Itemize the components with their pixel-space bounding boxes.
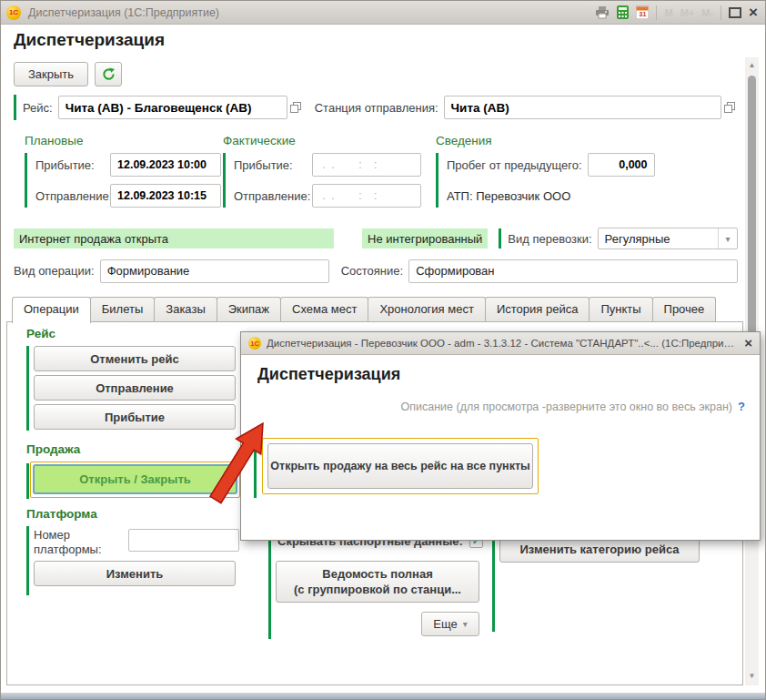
calendar-day-label: 31	[636, 11, 649, 17]
trip-field[interactable]: Чита (АВ) - Благовещенск (АВ)	[58, 96, 287, 119]
details-title: Сведения	[436, 134, 709, 147]
station-field[interactable]: Чита (АВ)	[444, 96, 721, 119]
1c-logo-icon: 1С	[248, 337, 261, 350]
dispatch-dialog: 1С Диспетчеризация - Перевозчик ООО - ad…	[240, 331, 761, 541]
close-form-button[interactable]: Закрыть	[14, 62, 88, 86]
planned-departure-field[interactable]: 12.09.2023 10:15	[110, 184, 221, 208]
operation-kind-label: Вид операции:	[14, 264, 95, 278]
tab-seat-map[interactable]: Схема мест	[280, 297, 368, 321]
tab-orders[interactable]: Заказы	[154, 297, 217, 321]
full-sheet-button[interactable]: Ведомость полная (с группировкой по стан…	[276, 561, 479, 603]
actual-arrival-label: Прибытие:	[234, 158, 312, 172]
platform-number-label: Номер платформы:	[34, 528, 125, 557]
departure-button[interactable]: Отправление	[34, 375, 236, 401]
green-marker-bar	[499, 228, 501, 249]
transport-kind-select[interactable]: Регулярные ▾	[598, 228, 738, 249]
tab-seat-history[interactable]: Хронология мест	[368, 297, 486, 321]
dialog-close-icon[interactable]: ×	[744, 337, 752, 350]
open-sale-all-points-button[interactable]: Открыть продажу на весь рейс на все пунк…	[267, 443, 533, 489]
close-icon[interactable]: ×	[749, 6, 758, 19]
calculator-icon[interactable]	[617, 5, 629, 19]
trip-open-icon[interactable]	[287, 96, 304, 118]
integration-status: Не интегрированный	[362, 228, 488, 249]
cancel-trip-button[interactable]: Отменить рейс	[34, 346, 236, 371]
state-field[interactable]: Сформирован	[408, 259, 738, 283]
maximize-icon[interactable]	[729, 7, 741, 18]
green-marker-bar	[14, 95, 16, 120]
trip-label: Рейс:	[23, 101, 53, 115]
scroll-down-icon[interactable]: ▼	[745, 672, 759, 680]
1c-logo-icon: 1С	[6, 5, 21, 20]
more-button[interactable]: Еще ▾	[421, 612, 479, 636]
atp-text: АТП: Перевозчик ООО	[447, 189, 570, 203]
planned-arrival-field[interactable]: 12.09.2023 10:00	[110, 153, 221, 177]
internet-sale-status: Интернет продажа открыта	[14, 228, 334, 249]
status-row: Интернет продажа открыта Не интегрирован…	[14, 228, 738, 249]
station-label: Станция отправления:	[315, 101, 438, 115]
chevron-down-icon[interactable]: ▾	[718, 228, 737, 249]
print-icon[interactable]	[595, 6, 610, 19]
scroll-up-icon[interactable]: ▲	[745, 61, 759, 69]
refresh-button[interactable]	[95, 62, 122, 86]
change-platform-button[interactable]: Изменить	[34, 561, 236, 586]
route-row: Рейс: Чита (АВ) - Благовещенск (АВ) Стан…	[14, 95, 738, 120]
full-sheet-line2: (с группировкой по станци...	[294, 582, 461, 597]
sale-group-title: Продажа	[26, 442, 80, 456]
actual-departure-field[interactable]: . . : :	[312, 184, 421, 208]
chevron-down-icon: ▾	[463, 619, 468, 629]
main-titlebar: 1С Диспетчеризация (1С:Предприятие) 31 M…	[1, 1, 765, 25]
tab-points[interactable]: Пункты	[589, 297, 652, 321]
details-section: Сведения Пробег от предыдущего: 0,000 АТ…	[436, 134, 709, 208]
planned-departure-label: Отправление:	[35, 189, 110, 203]
mileage-label: Пробег от предыдущего:	[447, 158, 582, 172]
green-marker-bar	[26, 463, 29, 499]
window-bottom-edge	[1, 693, 765, 699]
transport-kind-label: Вид перевозки:	[508, 232, 591, 246]
dialog-title: Диспетчеризация - Перевозчик ООО - adm -…	[267, 338, 739, 349]
planned-arrival-label: Прибытие:	[35, 158, 110, 172]
green-marker-bar	[492, 530, 495, 632]
actual-departure-label: Отправление:	[234, 189, 312, 203]
platform-group-title: Платформа	[26, 507, 97, 521]
trip-group-title: Рейс	[26, 327, 55, 340]
tab-trip-history[interactable]: История рейса	[485, 297, 590, 321]
titlebar-divider	[656, 5, 657, 20]
full-sheet-line1: Ведомость полная	[322, 566, 432, 582]
actual-title: Фактические	[223, 134, 428, 147]
dialog-titlebar: 1С Диспетчеризация - Перевозчик ООО - ad…	[241, 332, 760, 355]
tab-tickets[interactable]: Билеты	[90, 297, 155, 321]
operation-kind-field[interactable]: Формирование	[100, 259, 329, 283]
dialog-description-row: Описание (для просмотра -разверните это …	[401, 400, 745, 413]
memory-subtract-button[interactable]: M-	[701, 7, 713, 18]
actual-section: Фактические Прибытие: . . : : Отправлени…	[223, 134, 428, 208]
state-label: Состояние:	[341, 264, 403, 278]
platform-number-field[interactable]	[128, 529, 239, 552]
station-open-icon[interactable]	[721, 96, 738, 118]
operation-row: Вид операции: Формирование Состояние: Сф…	[14, 259, 738, 283]
titlebar-divider	[721, 5, 721, 20]
form-toolbar: Закрыть	[14, 62, 122, 86]
tab-crew[interactable]: Экипаж	[217, 297, 281, 321]
planned-title: Плановые	[25, 134, 223, 147]
mileage-field[interactable]: 0,000	[588, 153, 655, 177]
dialog-heading: Диспетчеризация	[257, 365, 400, 384]
calendar-icon[interactable]: 31	[636, 5, 649, 19]
memory-add-button[interactable]: M+	[680, 7, 695, 18]
memory-recall-button[interactable]: M	[664, 7, 672, 18]
tab-other[interactable]: Прочее	[652, 297, 717, 321]
refresh-icon	[102, 67, 116, 81]
window-title: Диспетчеризация (1С:Предприятие)	[28, 6, 219, 19]
transport-kind-value: Регулярные	[605, 232, 670, 246]
app-window: 1С Диспетчеризация (1С:Предприятие) 31 M…	[0, 0, 766, 700]
green-marker-bar	[26, 526, 29, 595]
help-icon[interactable]: ?	[738, 400, 745, 413]
green-marker-bar	[268, 532, 271, 639]
dialog-description: Описание (для просмотра -разверните это …	[401, 401, 733, 413]
tab-bar: Операции Билеты Заказы Экипаж Схема мест…	[13, 297, 716, 321]
planned-section: Плановые Прибытие: 12.09.2023 10:00 Отпр…	[25, 134, 223, 208]
more-label: Еще	[433, 617, 457, 631]
actual-arrival-field[interactable]: . . : :	[312, 153, 421, 177]
tab-operations[interactable]: Операции	[12, 297, 91, 323]
red-arrow-annotation	[205, 416, 274, 507]
green-marker-bar	[26, 346, 29, 431]
